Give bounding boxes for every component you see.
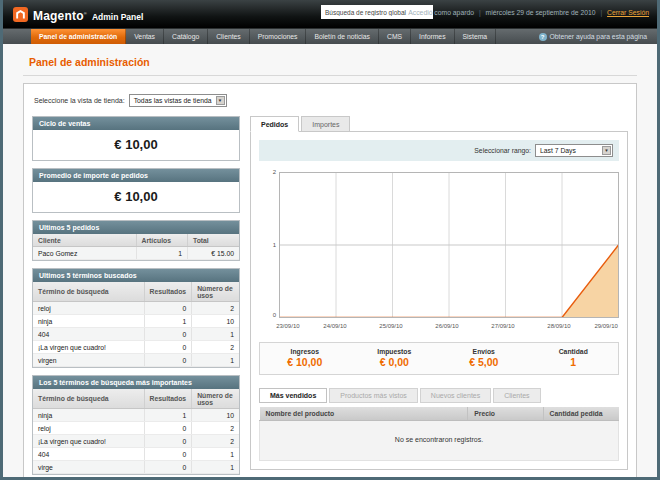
- cell-term: ninja: [33, 315, 144, 328]
- cell-uses: 2: [192, 422, 239, 435]
- stat-value: € 0,00: [350, 356, 440, 368]
- col-price: Precio: [468, 407, 543, 421]
- y-tick: 1: [265, 242, 276, 248]
- top-search-table: Término de búsqueda Resultados Número de…: [33, 389, 239, 474]
- chevron-down-icon: ▼: [602, 146, 611, 155]
- cell-uses: 1: [192, 448, 239, 461]
- top-search-panel: Los 5 términos de búsqueda más important…: [32, 375, 240, 475]
- cell-uses: 2: [192, 341, 239, 354]
- x-tick: 23/09/10: [276, 323, 299, 329]
- trademark-mark: ®: [84, 11, 87, 16]
- dashboard-right-column: Pedidos Importes Seleccionar rango: Last…: [250, 116, 628, 470]
- lifetime-sales-panel: Ciclo de ventas € 10,00: [32, 116, 240, 161]
- cell-term: reloj: [33, 422, 144, 435]
- cell-results: 0: [144, 328, 192, 341]
- stat-label: Impuestos: [350, 348, 440, 355]
- cell-term: 404: [33, 328, 144, 341]
- nav-item-informes[interactable]: Informes: [411, 29, 454, 44]
- cell-results: 0: [144, 448, 192, 461]
- last-orders-table: Cliente Artículos Total Paco Gomez 1 € 1…: [33, 234, 239, 260]
- cell-results: 0: [144, 435, 192, 448]
- cell-customer: Paco Gomez: [33, 247, 136, 260]
- table-row[interactable]: reloj 0 2: [33, 422, 239, 435]
- stat-label: Ingresos: [260, 348, 350, 355]
- table-row[interactable]: virgen 0 1: [33, 354, 239, 367]
- stat-impuestos: Impuestos € 0,00: [350, 348, 440, 368]
- nav-item-cms[interactable]: CMS: [379, 29, 411, 44]
- magento-logo-icon: [13, 7, 28, 22]
- table-row[interactable]: Paco Gomez 1 € 15.00: [33, 247, 239, 260]
- dashboard-left-column: Ciclo de ventas € 10,00 Promedio de impo…: [32, 116, 240, 475]
- y-tick: 0: [265, 312, 276, 318]
- nav-item-ventas[interactable]: Ventas: [126, 29, 164, 44]
- orders-chart-panel: Seleccionar rango: Last 7 Days ▼ 2 1 0: [250, 131, 628, 471]
- x-tick: 25/09/10: [379, 323, 402, 329]
- table-row[interactable]: ¡La virgen que cuadro! 0 2: [33, 435, 239, 448]
- cell-term: ¡La virgen que cuadro!: [33, 435, 144, 448]
- orders-chart: 2 1 0 23/09/10 24/09/10 25/09/10 26/09/1…: [265, 172, 615, 333]
- table-row[interactable]: ninja 1 10: [33, 315, 239, 328]
- nav-item-catalogo[interactable]: Catálogo: [164, 29, 208, 44]
- nav-item-promociones[interactable]: Promociones: [250, 29, 307, 44]
- table-row[interactable]: virge 0 1: [33, 461, 239, 474]
- cell-results: 1: [144, 409, 192, 422]
- table-row[interactable]: ¡La virgen que cuadro! 0 2: [33, 341, 239, 354]
- y-tick: 2: [265, 169, 276, 175]
- tab-productos-mas-vistos[interactable]: Productos más vistos: [329, 388, 418, 404]
- get-help-link[interactable]: ? Obtener ayuda para esta página: [539, 29, 658, 44]
- col-term: Término de búsqueda: [33, 389, 144, 409]
- table-row[interactable]: reloj 0 2: [33, 302, 239, 315]
- range-bar: Seleccionar rango: Last 7 Days ▼: [259, 140, 619, 161]
- table-row[interactable]: 404 0 1: [33, 328, 239, 341]
- header-user-area: Accedió como apardo | miércoles 29 de se…: [408, 9, 649, 16]
- magento-logo: Magento® Admin Panel: [13, 5, 143, 23]
- main-nav: Panel de administración Ventas Catálogo …: [3, 28, 657, 44]
- cell-term: ninja: [33, 409, 144, 422]
- table-row[interactable]: ninja 1 10: [33, 409, 239, 422]
- empty-records-message: No se encontraron registros.: [260, 421, 619, 461]
- tab-nuevos-clientes[interactable]: Nuevos clientes: [420, 388, 491, 404]
- range-select[interactable]: Last 7 Days ▼: [535, 144, 613, 157]
- nav-item-dashboard[interactable]: Panel de administración: [31, 29, 126, 44]
- nav-item-boletin[interactable]: Boletín de noticias: [306, 29, 379, 44]
- col-uses: Número de usos: [192, 389, 239, 409]
- average-orders-title: Promedio de importe de pedidos: [33, 169, 239, 182]
- tab-importes[interactable]: Importes: [301, 116, 350, 132]
- range-selected: Last 7 Days: [540, 147, 576, 154]
- average-orders-value: € 10,00: [33, 182, 239, 212]
- last-search-table: Término de búsqueda Resultados Número de…: [33, 282, 239, 367]
- col-term: Término de búsqueda: [33, 282, 144, 302]
- store-switcher: Seleccione la vista de tienda: Todas las…: [34, 94, 628, 107]
- nav-item-sistema[interactable]: Sistema: [455, 29, 497, 44]
- store-view-select[interactable]: Todas las vistas de tienda ▼: [129, 94, 227, 107]
- col-cliente: Cliente: [33, 234, 136, 247]
- cell-uses: 1: [192, 328, 239, 341]
- cell-term: virgen: [33, 354, 144, 367]
- x-tick: 28/09/10: [547, 323, 570, 329]
- title-divider: [23, 75, 637, 76]
- tab-clientes[interactable]: Clientes: [493, 388, 540, 404]
- nav-item-clientes[interactable]: Clientes: [208, 29, 250, 44]
- logout-link[interactable]: Cerrar Sesión: [607, 9, 649, 16]
- chart-tabs: Pedidos Importes: [250, 116, 628, 131]
- logged-in-as: Accedió como apardo: [408, 9, 474, 16]
- cell-term: reloj: [33, 302, 144, 315]
- stat-ingresos: Ingresos € 10,00: [260, 348, 350, 368]
- store-switcher-label: Seleccione la vista de tienda:: [34, 97, 125, 104]
- cell-term: 404: [33, 448, 144, 461]
- x-tick: 26/09/10: [435, 323, 458, 329]
- tab-pedidos[interactable]: Pedidos: [250, 116, 299, 132]
- last-search-panel: Ultimos 5 términos buscados Término de b…: [32, 268, 240, 368]
- cell-results: 0: [144, 341, 192, 354]
- x-tick: 29/09/10: [594, 323, 617, 329]
- current-date: miércoles 29 de septiembre de 2010: [486, 9, 596, 16]
- cell-results: 0: [144, 461, 192, 474]
- cell-term: ¡La virgen que cuadro!: [33, 341, 144, 354]
- x-tick: 27/09/10: [491, 323, 514, 329]
- tab-mas-vendidos[interactable]: Más vendidos: [259, 388, 327, 404]
- col-uses: Número de usos: [192, 282, 239, 302]
- table-row[interactable]: 404 0 1: [33, 448, 239, 461]
- stat-value: € 5,00: [439, 356, 529, 368]
- stat-label: Envíos: [439, 348, 529, 355]
- cell-uses: 10: [192, 315, 239, 328]
